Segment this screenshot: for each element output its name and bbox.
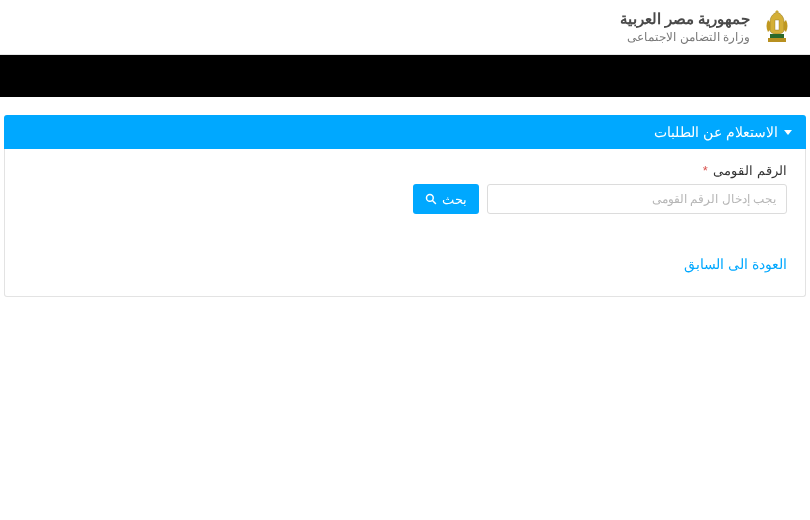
nav-bar [0,55,810,97]
panel-body: الرقم القومى * بحث العودة الى السابق [4,149,806,297]
svg-rect-0 [775,20,779,30]
svg-line-4 [433,201,436,204]
header-title: جمهورية مصر العربية [620,10,750,28]
required-mark: * [703,163,708,178]
panel-toggle-inquiry[interactable]: الاستعلام عن الطلبات [4,115,806,149]
national-id-label: الرقم القومى * [23,163,787,178]
page-header: جمهورية مصر العربية وزارة التضامن الاجتم… [0,0,810,55]
svg-rect-2 [768,38,786,42]
national-id-input[interactable] [487,184,787,214]
chevron-down-icon [784,130,792,135]
panel-title: الاستعلام عن الطلبات [654,124,778,140]
search-button-label: بحث [442,192,467,207]
svg-rect-1 [770,34,784,38]
back-link[interactable]: العودة الى السابق [23,256,787,272]
egypt-emblem-icon [762,8,792,46]
search-button[interactable]: بحث [413,184,479,214]
header-subtitle: وزارة التضامن الاجتماعى [620,30,750,44]
search-icon [425,193,437,205]
